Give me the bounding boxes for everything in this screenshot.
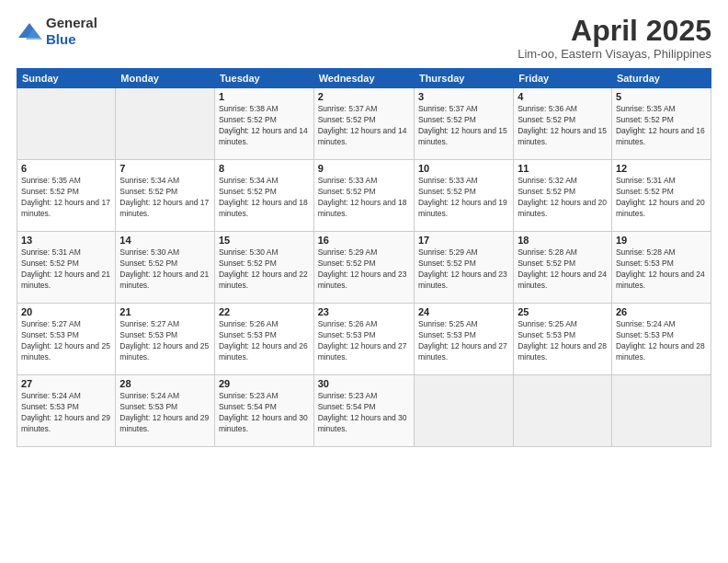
day-number: 1 <box>219 91 310 102</box>
day-number: 24 <box>418 306 509 317</box>
day-info: Sunrise: 5:31 AMSunset: 5:52 PMDaylight:… <box>616 176 707 220</box>
table-row: 12 Sunrise: 5:31 AMSunset: 5:52 PMDaylig… <box>611 160 711 232</box>
day-info: Sunrise: 5:38 AMSunset: 5:52 PMDaylight:… <box>219 104 310 148</box>
header-friday: Friday <box>514 69 612 88</box>
table-row: 29 Sunrise: 5:23 AMSunset: 5:54 PMDaylig… <box>214 375 313 447</box>
day-info: Sunrise: 5:35 AMSunset: 5:52 PMDaylight:… <box>21 176 111 220</box>
table-row: 26 Sunrise: 5:24 AMSunset: 5:53 PMDaylig… <box>611 304 711 375</box>
day-number: 15 <box>219 235 310 246</box>
day-number: 10 <box>418 163 509 174</box>
day-number: 13 <box>21 235 111 246</box>
day-info: Sunrise: 5:37 AMSunset: 5:52 PMDaylight:… <box>418 104 509 148</box>
logo-general: General <box>46 15 97 30</box>
table-row <box>116 88 215 160</box>
day-number: 3 <box>418 91 509 102</box>
day-number: 28 <box>119 378 210 389</box>
table-row: 10 Sunrise: 5:33 AMSunset: 5:52 PMDaylig… <box>414 160 513 232</box>
day-info: Sunrise: 5:24 AMSunset: 5:53 PMDaylight:… <box>21 391 111 435</box>
header-tuesday: Tuesday <box>214 69 313 88</box>
table-row: 7 Sunrise: 5:34 AMSunset: 5:52 PMDayligh… <box>116 160 215 232</box>
logo-icon <box>17 21 42 41</box>
table-row: 5 Sunrise: 5:35 AMSunset: 5:52 PMDayligh… <box>611 88 711 160</box>
week-row-1: 1 Sunrise: 5:38 AMSunset: 5:52 PMDayligh… <box>17 88 711 160</box>
day-info: Sunrise: 5:29 AMSunset: 5:52 PMDaylight:… <box>418 247 509 292</box>
day-number: 22 <box>219 306 310 317</box>
day-number: 18 <box>518 235 608 246</box>
table-row: 13 Sunrise: 5:31 AMSunset: 5:52 PMDaylig… <box>17 232 116 304</box>
day-info: Sunrise: 5:26 AMSunset: 5:53 PMDaylight:… <box>219 319 310 363</box>
day-info: Sunrise: 5:34 AMSunset: 5:52 PMDaylight:… <box>119 176 210 220</box>
table-row: 11 Sunrise: 5:32 AMSunset: 5:52 PMDaylig… <box>514 160 612 232</box>
table-row: 19 Sunrise: 5:28 AMSunset: 5:53 PMDaylig… <box>611 232 711 304</box>
day-number: 21 <box>119 306 210 317</box>
day-info: Sunrise: 5:29 AMSunset: 5:52 PMDaylight:… <box>318 247 410 292</box>
day-info: Sunrise: 5:28 AMSunset: 5:52 PMDaylight:… <box>518 247 608 292</box>
day-info: Sunrise: 5:30 AMSunset: 5:52 PMDaylight:… <box>119 247 210 292</box>
day-number: 17 <box>418 235 509 246</box>
day-number: 7 <box>119 163 210 174</box>
table-row: 30 Sunrise: 5:23 AMSunset: 5:54 PMDaylig… <box>313 375 414 447</box>
day-info: Sunrise: 5:27 AMSunset: 5:53 PMDaylight:… <box>21 319 111 363</box>
day-info: Sunrise: 5:28 AMSunset: 5:53 PMDaylight:… <box>616 247 707 292</box>
table-row: 6 Sunrise: 5:35 AMSunset: 5:52 PMDayligh… <box>17 160 116 232</box>
table-row <box>611 375 711 447</box>
day-info: Sunrise: 5:23 AMSunset: 5:54 PMDaylight:… <box>318 391 410 435</box>
day-info: Sunrise: 5:34 AMSunset: 5:52 PMDaylight:… <box>219 176 310 220</box>
day-number: 2 <box>318 91 410 102</box>
day-number: 6 <box>21 163 111 174</box>
table-row: 18 Sunrise: 5:28 AMSunset: 5:52 PMDaylig… <box>514 232 612 304</box>
table-row <box>514 375 612 447</box>
day-info: Sunrise: 5:32 AMSunset: 5:52 PMDaylight:… <box>518 176 608 220</box>
day-number: 14 <box>119 235 210 246</box>
table-row: 1 Sunrise: 5:38 AMSunset: 5:52 PMDayligh… <box>214 88 313 160</box>
day-number: 11 <box>518 163 608 174</box>
logo-blue: Blue <box>46 31 76 47</box>
week-row-4: 20 Sunrise: 5:27 AMSunset: 5:53 PMDaylig… <box>17 304 711 375</box>
calendar-table: Sunday Monday Tuesday Wednesday Thursday… <box>17 68 711 447</box>
day-info: Sunrise: 5:37 AMSunset: 5:52 PMDaylight:… <box>318 104 410 148</box>
table-row: 27 Sunrise: 5:24 AMSunset: 5:53 PMDaylig… <box>17 375 116 447</box>
table-row: 23 Sunrise: 5:26 AMSunset: 5:53 PMDaylig… <box>313 304 414 375</box>
header-thursday: Thursday <box>414 69 513 88</box>
day-info: Sunrise: 5:33 AMSunset: 5:52 PMDaylight:… <box>318 176 410 220</box>
day-number: 16 <box>318 235 410 246</box>
table-row <box>414 375 513 447</box>
day-number: 30 <box>318 378 410 389</box>
table-row: 4 Sunrise: 5:36 AMSunset: 5:52 PMDayligh… <box>514 88 612 160</box>
day-number: 20 <box>21 306 111 317</box>
day-info: Sunrise: 5:23 AMSunset: 5:54 PMDaylight:… <box>219 391 310 435</box>
day-info: Sunrise: 5:26 AMSunset: 5:53 PMDaylight:… <box>318 319 410 363</box>
day-number: 19 <box>616 235 707 246</box>
day-info: Sunrise: 5:25 AMSunset: 5:53 PMDaylight:… <box>518 319 608 363</box>
header-sunday: Sunday <box>17 69 116 88</box>
calendar-title: April 2025 <box>518 15 711 47</box>
day-info: Sunrise: 5:27 AMSunset: 5:53 PMDaylight:… <box>119 319 210 363</box>
day-info: Sunrise: 5:25 AMSunset: 5:53 PMDaylight:… <box>418 319 509 363</box>
table-row: 14 Sunrise: 5:30 AMSunset: 5:52 PMDaylig… <box>116 232 215 304</box>
day-number: 4 <box>518 91 608 102</box>
table-row: 25 Sunrise: 5:25 AMSunset: 5:53 PMDaylig… <box>514 304 612 375</box>
day-info: Sunrise: 5:36 AMSunset: 5:52 PMDaylight:… <box>518 104 608 148</box>
table-row: 20 Sunrise: 5:27 AMSunset: 5:53 PMDaylig… <box>17 304 116 375</box>
week-row-3: 13 Sunrise: 5:31 AMSunset: 5:52 PMDaylig… <box>17 232 711 304</box>
day-number: 9 <box>318 163 410 174</box>
day-number: 12 <box>616 163 707 174</box>
day-info: Sunrise: 5:24 AMSunset: 5:53 PMDaylight:… <box>616 319 707 363</box>
table-row: 2 Sunrise: 5:37 AMSunset: 5:52 PMDayligh… <box>313 88 414 160</box>
logo: General Blue <box>17 15 97 48</box>
calendar-subtitle: Lim-oo, Eastern Visayas, Philippines <box>518 47 711 61</box>
day-number: 26 <box>616 306 707 317</box>
table-row: 28 Sunrise: 5:24 AMSunset: 5:53 PMDaylig… <box>116 375 215 447</box>
day-info: Sunrise: 5:35 AMSunset: 5:52 PMDaylight:… <box>616 104 707 148</box>
table-row: 8 Sunrise: 5:34 AMSunset: 5:52 PMDayligh… <box>214 160 313 232</box>
page-header: General Blue April 2025 Lim-oo, Eastern … <box>17 15 711 61</box>
table-row: 17 Sunrise: 5:29 AMSunset: 5:52 PMDaylig… <box>414 232 513 304</box>
day-info: Sunrise: 5:30 AMSunset: 5:52 PMDaylight:… <box>219 247 310 292</box>
table-row: 3 Sunrise: 5:37 AMSunset: 5:52 PMDayligh… <box>414 88 513 160</box>
table-row <box>17 88 116 160</box>
day-number: 25 <box>518 306 608 317</box>
header-wednesday: Wednesday <box>313 69 414 88</box>
week-row-2: 6 Sunrise: 5:35 AMSunset: 5:52 PMDayligh… <box>17 160 711 232</box>
day-number: 5 <box>616 91 707 102</box>
day-number: 23 <box>318 306 410 317</box>
